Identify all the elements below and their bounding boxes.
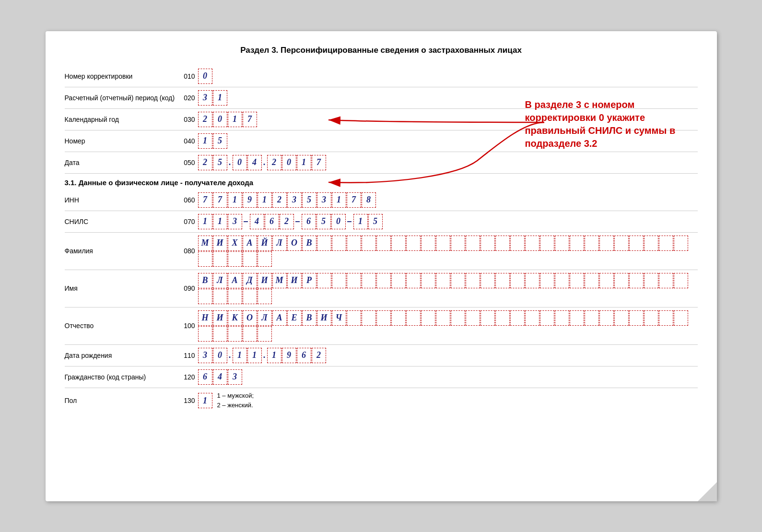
cell-090-e9	[436, 273, 450, 288]
row-120: Гражданство (код страны) 120 6 4 3	[65, 366, 698, 388]
cells-100: Н И К О Л А Е В И Ч	[198, 310, 698, 342]
cell-080-e10	[451, 236, 465, 251]
cell-080-e7	[406, 236, 421, 251]
row-090: Имя 090 В Л А Д И М И Р	[65, 270, 698, 307]
cell-090-e3	[347, 273, 361, 288]
row-060: ИНН 060 7 7 1 9 1 2 3 5 3 1 7 8	[65, 189, 698, 211]
cell-090-1: Л	[213, 273, 227, 288]
cell-080-e15	[525, 236, 539, 251]
cell-100-e9	[466, 310, 480, 326]
cell-060-2: 1	[228, 192, 242, 208]
cell-080-e22	[629, 236, 644, 251]
cell-100-e3	[376, 310, 391, 326]
cell-100-e10	[481, 310, 495, 326]
cell-070-5: 2	[280, 214, 294, 229]
cell-080-3: А	[243, 236, 257, 251]
cell-100-e26	[228, 326, 242, 342]
cell-100-e27	[243, 326, 257, 342]
cell-100-0: Н	[198, 310, 212, 326]
cell-030-0: 2	[198, 112, 212, 127]
cell-100-e16	[570, 310, 584, 326]
cell-110-4: 1	[267, 348, 281, 363]
cell-080-e21	[614, 236, 629, 251]
gender-note: 1 – мужской;2 – женский.	[217, 391, 254, 411]
label-010: Номер корректировки	[65, 72, 175, 80]
cell-020-0: 3	[198, 90, 212, 106]
cell-090-e28	[228, 289, 242, 304]
cell-050-5: 0	[282, 155, 296, 170]
sep-110-2: .	[262, 350, 267, 360]
cell-100-e20	[629, 310, 644, 326]
label-050: Дата	[65, 159, 175, 166]
cell-080-e12	[481, 236, 495, 251]
cell-080-e11	[466, 236, 480, 251]
cell-060-1: 7	[213, 192, 227, 208]
label-090: Имя	[65, 284, 175, 292]
cell-100-e6	[421, 310, 435, 326]
cell-100-e14	[540, 310, 554, 326]
cell-080-5: Л	[272, 236, 287, 251]
corner-fold	[698, 482, 717, 501]
cell-100-e24	[198, 326, 212, 342]
cell-090-e2	[332, 273, 346, 288]
cells-120: 6 4 3	[198, 369, 242, 385]
cell-090-e25	[674, 273, 688, 288]
cell-110-6: 6	[297, 348, 311, 363]
label-030: Календарный год	[65, 116, 175, 123]
cell-080-0: М	[198, 236, 212, 251]
cell-100-e1	[347, 310, 361, 326]
num-020: 020	[175, 94, 195, 102]
cell-100-e21	[644, 310, 658, 326]
cells-060: 7 7 1 9 1 2 3 5 3 1 7 8	[198, 192, 376, 208]
cell-100-e13	[525, 310, 539, 326]
cell-110-2: 1	[233, 348, 247, 363]
cell-110-7: 2	[312, 348, 326, 363]
cell-080-e1	[317, 236, 331, 251]
cell-080-1: И	[213, 236, 227, 251]
cell-090-3: Д	[243, 273, 257, 288]
cell-080-e4	[362, 236, 376, 251]
cell-060-8: 3	[317, 192, 331, 208]
cell-080-e20	[599, 236, 614, 251]
cell-090-e18	[570, 273, 584, 288]
cell-070-2: 3	[228, 214, 242, 229]
cell-090-e12	[481, 273, 495, 288]
cell-080-2: Х	[228, 236, 242, 251]
cell-100-e19	[614, 310, 629, 326]
cell-090-5: М	[272, 273, 287, 288]
cell-120-1: 4	[213, 369, 227, 385]
cell-100-6: Е	[287, 310, 302, 326]
row-100: Отчество 100 Н И К О Л А Е В И Ч	[65, 307, 698, 345]
cell-090-4: И	[258, 273, 272, 288]
cell-090-e4	[362, 273, 376, 288]
cell-100-e23	[674, 310, 688, 326]
cell-120-2: 3	[228, 369, 242, 385]
cell-090-e11	[466, 273, 480, 288]
section-31-header: 3.1. Данные о физическом лице - получате…	[65, 174, 698, 189]
cell-100-3: О	[243, 310, 257, 326]
cell-100-8: И	[317, 310, 331, 326]
cell-090-e23	[644, 273, 658, 288]
cell-080-e28	[228, 251, 242, 267]
cell-030-2: 1	[228, 112, 242, 127]
cell-080-e6	[391, 236, 406, 251]
cell-100-e22	[659, 310, 673, 326]
cell-070-9: 1	[353, 214, 368, 229]
cell-090-e29	[243, 289, 257, 304]
cells-010: 0	[198, 69, 212, 84]
cell-090-e10	[451, 273, 465, 288]
label-080: Фамилия	[65, 247, 175, 255]
cell-090-e17	[555, 273, 569, 288]
cell-080-e3	[347, 236, 361, 251]
cell-080-e27	[213, 251, 227, 267]
num-030: 030	[175, 116, 195, 123]
cell-050-6: 1	[297, 155, 311, 170]
cell-050-0: 2	[198, 155, 212, 170]
cell-100-2: К	[228, 310, 242, 326]
cell-080-e30	[258, 251, 272, 267]
cell-080-e16	[540, 236, 554, 251]
label-060: ИНН	[65, 196, 175, 204]
cell-100-4: Л	[258, 310, 272, 326]
cell-030-1: 0	[213, 112, 227, 127]
cell-050-7: 7	[312, 155, 326, 170]
